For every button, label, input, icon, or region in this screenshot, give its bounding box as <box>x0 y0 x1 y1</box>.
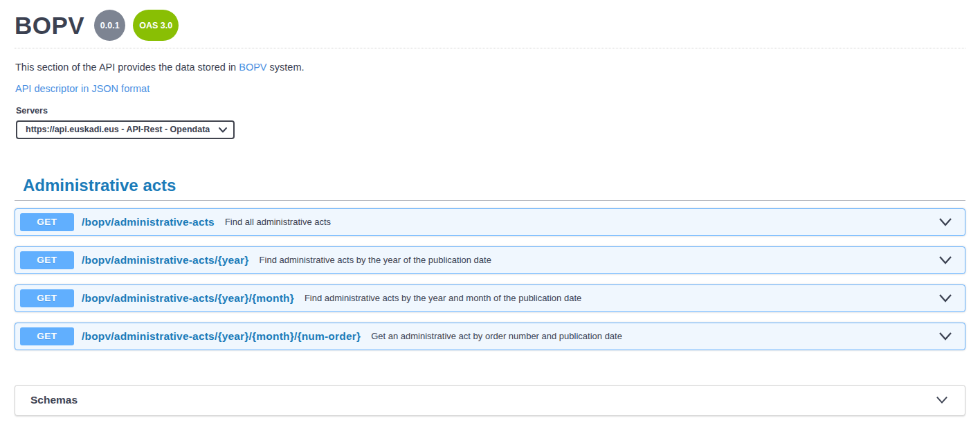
schemas-section-header[interactable]: Schemas <box>15 385 965 416</box>
operation-path[interactable]: /bopv/administrative-acts/{year} <box>82 254 249 266</box>
operations-list: GET /bopv/administrative-acts Find all a… <box>15 208 965 350</box>
operation-path[interactable]: /bopv/administrative-acts/{year}/{month}… <box>82 330 361 343</box>
section-divider <box>15 200 965 201</box>
schemas-title: Schemas <box>30 394 78 406</box>
operation-row-administrative-acts-year[interactable]: GET /bopv/administrative-acts/{year} Fin… <box>15 246 965 274</box>
chevron-down-icon[interactable] <box>937 292 954 305</box>
chevron-down-icon[interactable] <box>937 254 954 266</box>
version-badge: 0.0.1 <box>94 10 125 41</box>
operation-summary: Get an administrative act by order numbe… <box>371 331 622 341</box>
title-badges: 0.0.1 OAS 3.0 <box>94 10 179 41</box>
server-select-wrap: https://api.euskadi.eus - API-Rest - Ope… <box>16 120 235 139</box>
section-title-administrative-acts[interactable]: Administrative acts <box>23 176 965 195</box>
get-method-badge: GET <box>20 289 74 307</box>
api-description: This section of the API provides the dat… <box>15 62 965 73</box>
get-method-badge: GET <box>20 251 74 269</box>
api-header: BOPV 0.0.1 OAS 3.0 <box>15 10 965 41</box>
description-text-before: This section of the API provides the dat… <box>15 62 239 73</box>
operation-row-administrative-acts-year-month[interactable]: GET /bopv/administrative-acts/{year}/{mo… <box>15 284 965 312</box>
operation-summary: Find all administrative acts <box>225 217 331 227</box>
get-method-badge: GET <box>20 327 74 345</box>
operation-row-administrative-acts[interactable]: GET /bopv/administrative-acts Find all a… <box>15 208 965 236</box>
servers-label: Servers <box>16 106 965 116</box>
chevron-down-icon[interactable] <box>937 330 954 343</box>
swagger-page: BOPV 0.0.1 OAS 3.0 This section of the A… <box>0 0 980 416</box>
oas-version-badge: OAS 3.0 <box>133 10 179 41</box>
bopv-system-link[interactable]: BOPV <box>239 62 266 73</box>
operation-row-administrative-acts-year-month-numorder[interactable]: GET /bopv/administrative-acts/{year}/{mo… <box>15 323 965 350</box>
operation-summary: Find administrative acts by the year and… <box>305 293 581 303</box>
header-divider <box>15 48 965 48</box>
description-text-after: system. <box>267 62 305 73</box>
api-descriptor-json-link[interactable]: API descriptor in JSON format <box>15 83 149 94</box>
operation-summary: Find administrative acts by the year of … <box>260 255 491 265</box>
server-select[interactable]: https://api.euskadi.eus - API-Rest - Ope… <box>16 120 235 139</box>
descriptor-link-row: API descriptor in JSON format <box>15 83 965 94</box>
chevron-down-icon[interactable] <box>934 395 950 406</box>
operation-path[interactable]: /bopv/administrative-acts <box>82 216 215 228</box>
page-title: BOPV <box>15 12 84 39</box>
api-title-text: BOPV <box>15 12 84 39</box>
servers-block: Servers https://api.euskadi.eus - API-Re… <box>16 106 965 139</box>
chevron-down-icon[interactable] <box>937 216 954 228</box>
get-method-badge: GET <box>20 213 74 231</box>
operation-path[interactable]: /bopv/administrative-acts/{year}/{month} <box>82 292 294 305</box>
